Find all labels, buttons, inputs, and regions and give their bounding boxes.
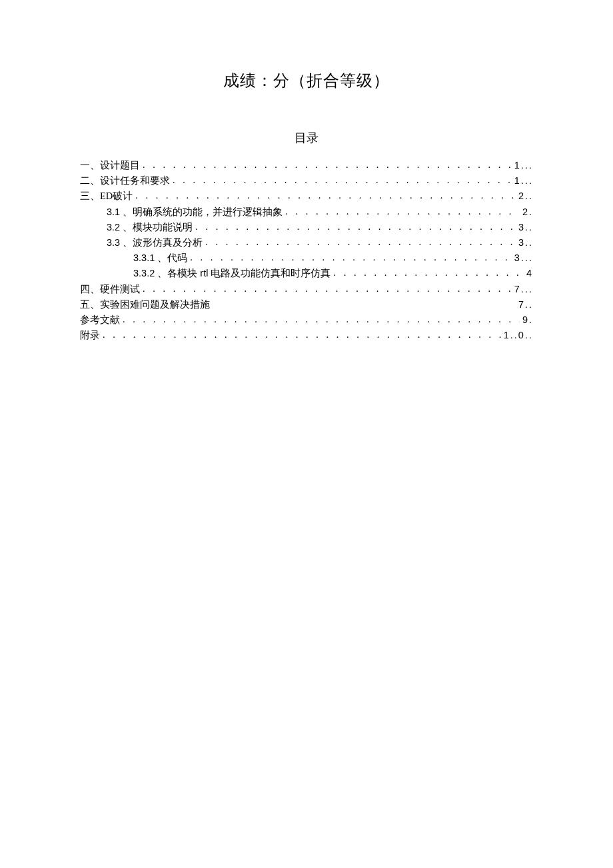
toc-page-number: 3.. [518,220,533,235]
toc-label: 一、设计题目 [80,158,140,173]
toc-leader-dots [143,282,512,296]
document-page: 成绩：分（折合等级） 目录 一、设计题目 1... 二、设计任务和要求 1...… [0,0,613,343]
page-title: 成绩：分（折合等级） [80,70,533,91]
toc-page-number: 7.. [518,297,533,312]
table-of-contents: 一、设计题目 1... 二、设计任务和要求 1... 三、ED破计 2.. 3.… [80,158,533,343]
toc-page-number: 3.. [518,235,533,250]
toc-page-number: 1... [514,173,533,189]
toc-page-number: 9. [522,312,533,328]
toc-leader-dots [205,235,516,250]
toc-leader-dots [195,220,516,234]
toc-entry: 3.3 、波形仿真及分析 3.. [80,235,533,250]
toc-leader-dots [333,266,524,280]
toc-leader-dots [143,158,512,173]
toc-label: 附录 [80,328,100,343]
toc-page-number: 7... [514,282,533,297]
toc-label: 二、设计任务和要求 [80,173,170,189]
toc-entry: 3.2 、模块功能说明 3.. [80,220,533,235]
toc-label: 3.3 、波形仿真及分析 [107,235,203,250]
toc-leader-dots [103,328,501,342]
toc-page-number: 2.. [518,189,533,204]
toc-leader-dots [285,205,520,219]
toc-heading: 目录 [80,130,533,146]
toc-label: 四、硬件测试 [80,282,140,297]
toc-label: 五、实验困难问题及解决措施 [80,297,210,312]
toc-label: 3.1 、明确系统的功能，并进行逻辑抽象 [107,205,283,220]
toc-page-number: 1..0.. [504,328,533,343]
toc-leader-dots [123,312,520,327]
toc-page-number: 4 [526,266,533,281]
toc-entry: 参考文献 9. [80,312,533,328]
toc-entry: 五、实验困难问题及解决措施 7.. [80,297,533,312]
toc-label: 3.2 、模块功能说明 [107,220,193,235]
toc-entry: 二、设计任务和要求 1... [80,173,533,189]
toc-entry: 3.1 、明确系统的功能，并进行逻辑抽象 2. [80,205,533,220]
toc-label: 三、ED破计 [80,189,133,204]
toc-page-number: 1... [514,158,533,173]
toc-leader-dots [135,189,516,203]
toc-entry: 三、ED破计 2.. [80,189,533,204]
toc-page-number: 2. [522,205,533,220]
toc-entry: 四、硬件测试 7... [80,282,533,297]
toc-page-number: 3... [514,250,533,266]
toc-leader-dots [173,173,512,188]
toc-entry: 3.3.2 、各模块 rtl 电路及功能仿真和时序仿真 4 [80,266,533,281]
toc-entry: 附录 1..0.. [80,328,533,343]
toc-label: 参考文献 [80,312,120,328]
toc-leader-dots [190,250,512,265]
toc-entry: 3.3.1 、代码 3... [80,250,533,266]
toc-label: 3.3.1 、代码 [133,250,187,266]
toc-entry: 一、设计题目 1... [80,158,533,173]
toc-label: 3.3.2 、各模块 rtl 电路及功能仿真和时序仿真 [133,266,330,281]
